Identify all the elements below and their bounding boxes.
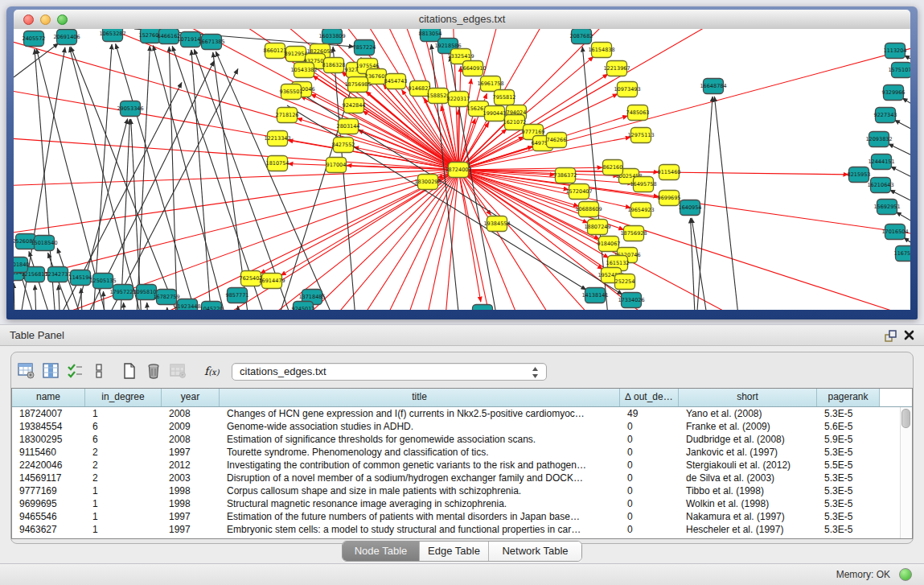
table-row[interactable]: 1938455462009Genome-wide association stu…	[12, 420, 912, 433]
network-edge[interactable]	[458, 167, 602, 170]
network-window-titlebar[interactable]: citations_edges.txt	[14, 10, 910, 30]
network-node-label: 15751074	[888, 67, 910, 73]
table-cell: 1998	[162, 497, 220, 510]
table-body: 1872400712008Changes of HCN gene express…	[12, 407, 912, 536]
table-cell: 1	[85, 497, 162, 510]
table-row[interactable]: 1456911722003Disruption of a novel membe…	[12, 472, 912, 484]
network-table-selector[interactable]: citations_edges.txt	[232, 363, 547, 381]
table-row[interactable]: 911546021997Tourette syndrome. Phenomeno…	[12, 446, 912, 459]
tab-edge-table[interactable]: Edge Table	[419, 542, 488, 561]
table-row[interactable]: 946554611997Estimation of the future num…	[12, 510, 912, 523]
column-header-title[interactable]: title	[220, 389, 620, 406]
network-edge[interactable]	[458, 170, 910, 310]
network-edge[interactable]	[902, 98, 910, 126]
network-node-label: 16033809	[318, 33, 345, 39]
table-row[interactable]: 1830029562008Estimation of significance …	[12, 433, 912, 446]
network-edge[interactable]	[301, 96, 458, 170]
scrollbar-thumb[interactable]	[901, 409, 910, 428]
network-node-label: 9115460	[658, 169, 681, 175]
network-node-label: 9184067	[598, 241, 621, 247]
network-node-label: 18756928	[620, 230, 647, 237]
network-edge[interactable]	[116, 43, 207, 310]
table-cell: Genome-wide association studies in ADHD.	[220, 420, 620, 433]
table-row[interactable]: 969969511998Structural magnetic resonanc…	[12, 497, 912, 510]
network-edge[interactable]	[14, 283, 15, 310]
network-edge[interactable]	[169, 47, 179, 310]
network-edge[interactable]	[458, 170, 910, 310]
network-canvas[interactable]: 2405572206914061065328715276026466162107…	[14, 29, 910, 310]
network-edge[interactable]	[891, 167, 910, 195]
table-cell: Franke et al. (2009)	[679, 420, 817, 433]
network-node-label: 9242844	[343, 102, 366, 109]
float-panel-icon[interactable]	[884, 329, 897, 343]
table-cell: Structural magnetic resonance image aver…	[220, 497, 620, 510]
network-edge[interactable]	[134, 46, 150, 310]
tab-network-table[interactable]: Network Table	[488, 542, 581, 561]
delete-table-icon[interactable]	[143, 360, 164, 381]
column-header-pagerank[interactable]: pagerank	[817, 389, 880, 406]
table-cell: Disruption of a novel member of a sodium…	[220, 472, 620, 484]
network-node-label: 19654923	[627, 207, 654, 213]
vertical-scrollbar[interactable]	[900, 407, 911, 538]
network-node-label: 29053346	[117, 105, 143, 112]
network-edge[interactable]	[103, 291, 106, 310]
network-edge[interactable]	[263, 57, 361, 310]
network-node-label: 1145194	[69, 274, 92, 281]
table-type-tabs: Node TableEdge TableNetwork Table	[342, 541, 582, 562]
network-edge[interactable]	[124, 303, 126, 310]
import-table-icon[interactable]	[167, 360, 188, 381]
network-node-label: 16782759	[153, 294, 179, 300]
table-cell: 1	[85, 484, 162, 497]
show-column-icon[interactable]	[40, 360, 61, 381]
network-edge[interactable]	[458, 170, 910, 310]
column-header-year[interactable]: year	[162, 389, 220, 406]
network-edge[interactable]	[458, 170, 910, 310]
network-node-label: 8215953	[848, 171, 871, 178]
table-row[interactable]: 1872400712008Changes of HCN gene express…	[12, 407, 912, 420]
table-settings-icon[interactable]	[16, 360, 37, 381]
cytoscape-screen: citations_edges.txt 24055722069140610653…	[0, 0, 924, 585]
column-header-out_de[interactable]: ∆ out_de…	[620, 389, 679, 406]
network-edge[interactable]	[35, 285, 38, 310]
table-row[interactable]: 2242004622012Investigating the contribut…	[12, 459, 912, 472]
table-toolbar: f(x)	[16, 359, 231, 383]
table-cell: Wolkin et al. (1998)	[679, 497, 817, 510]
network-node-label: 12213343	[264, 135, 290, 142]
select-columns-icon[interactable]	[64, 360, 85, 381]
network-node-label: 8912954	[285, 51, 308, 57]
tab-node-table[interactable]: Node Table	[343, 542, 419, 561]
network-edge[interactable]	[894, 120, 910, 148]
table-cell: Nakamura et al. (1997)	[679, 510, 817, 523]
network-node-label: 12342737	[44, 271, 71, 278]
table-cell: 2	[85, 446, 162, 459]
table-panel-bar: Table Panel	[0, 324, 924, 346]
network-edge[interactable]	[458, 170, 910, 310]
network-edge[interactable]	[458, 170, 910, 310]
table-cell: de Silva et al. (2003)	[679, 472, 817, 484]
network-edge[interactable]	[14, 170, 458, 212]
table-cell: 1	[85, 523, 162, 536]
row-height-icon[interactable]	[88, 360, 109, 381]
network-edge[interactable]	[714, 97, 744, 310]
column-header-in_degree[interactable]: in_degree	[85, 389, 162, 406]
table-cell: 0	[620, 523, 679, 536]
table-cell: 0	[620, 472, 679, 484]
network-node-label: 10653287	[99, 31, 125, 37]
network-edge[interactable]	[458, 170, 910, 310]
function-builder-icon[interactable]: f(x)	[204, 365, 220, 377]
column-header-name[interactable]: name	[12, 389, 85, 406]
table-row[interactable]: 977716911998Corpus callosum shape and si…	[12, 484, 912, 497]
column-header-short[interactable]: short	[679, 389, 817, 406]
network-edge[interactable]	[90, 44, 112, 310]
table-cell: 5.6E-5	[817, 420, 880, 433]
network-edge[interactable]	[167, 307, 170, 310]
table-row[interactable]: 946362711997Embryonic stem cells: a mode…	[12, 523, 912, 536]
network-edge[interactable]	[191, 50, 215, 310]
network-edge[interactable]	[458, 170, 481, 302]
close-panel-icon[interactable]	[903, 329, 915, 341]
new-table-icon[interactable]	[119, 360, 140, 381]
network-node-label: 9857771	[226, 292, 249, 299]
table-cell: 5.3E-5	[817, 446, 880, 459]
network-edge[interactable]	[147, 303, 150, 310]
memory-status-icon[interactable]	[899, 568, 912, 581]
